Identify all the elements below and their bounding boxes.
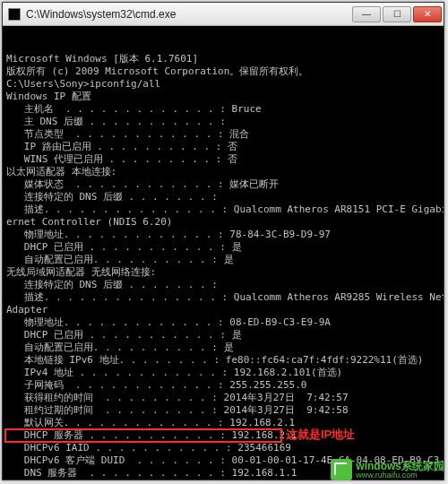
watermark-line1: windows系统家园 — [356, 461, 444, 471]
terminal-line: DHCPv6 IAID . . . . . . . . . . . : 2354… — [6, 442, 440, 454]
terminal-line: 主机名 . . . . . . . . . . . . . : Bruce — [6, 103, 440, 116]
terminal-line: 以太网适配器 本地连接: — [6, 166, 440, 178]
terminal-line: Windows IP 配置 — [6, 91, 440, 103]
terminal-line: 版权所有 (c) 2009 Microsoft Corporation。保留所有… — [6, 65, 440, 78]
titlebar[interactable]: C:\Windows\system32\cmd.exe — ☐ ✕ — [3, 3, 444, 26]
terminal-line: DHCP 服务器 . . . . . . . . . . . : 192.168… — [6, 429, 440, 442]
cmd-window: C:\Windows\system32\cmd.exe — ☐ ✕ Micros… — [2, 2, 444, 480]
terminal-output[interactable]: Microsoft Windows [版本 6.1.7601]版权所有 (c) … — [3, 26, 444, 480]
terminal-lines: Microsoft Windows [版本 6.1.7601]版权所有 (c) … — [6, 53, 440, 480]
terminal-line: 物理地址. . . . . . . . . . . . . : 08-ED-B9… — [6, 316, 440, 329]
close-button[interactable]: ✕ — [413, 6, 442, 22]
terminal-line: 租约过期的时间 . . . . . . . . . : 2014年3月27日 9… — [6, 404, 440, 417]
terminal-line: 自动配置已启用. . . . . . . . . . : 是 — [6, 341, 440, 354]
watermark-line2: www.ruhaifu.com — [356, 471, 444, 480]
highlight-annotation: 这就是IP地址 — [286, 428, 355, 441]
terminal-line: Microsoft Windows [版本 6.1.7601] — [6, 53, 440, 65]
window-title: C:\Windows\system32\cmd.exe — [26, 8, 352, 21]
terminal-line: ernet Controller (NDIS 6.20) — [6, 216, 440, 229]
terminal-line: 自动配置已启用. . . . . . . . . . : 是 — [6, 254, 440, 266]
terminal-line: 物理地址. . . . . . . . . . . . . : 78-84-3C… — [6, 229, 440, 241]
terminal-line: 获得租约的时间 . . . . . . . . . : 2014年3月27日 7… — [6, 392, 440, 404]
watermark: windows系统家园 www.ruhaifu.com — [331, 459, 444, 480]
minimize-button[interactable]: — — [352, 6, 381, 22]
terminal-line: 无线局域网适配器 无线网络连接: — [6, 266, 440, 279]
terminal-line: DHCP 已启用 . . . . . . . . . . . : 是 — [6, 241, 440, 254]
terminal-line: 主 DNS 后缀 . . . . . . . . . . . : — [6, 116, 440, 128]
terminal-line: 子网掩码 . . . . . . . . . . . . : 255.255.2… — [6, 379, 440, 392]
terminal-line: 默认网关. . . . . . . . . . . . . : 192.168.… — [6, 417, 440, 429]
terminal-line: 描述. . . . . . . . . . . . . . . : Qualco… — [6, 291, 440, 304]
terminal-line: 媒体状态 . . . . . . . . . . . . : 媒体已断开 — [6, 178, 440, 191]
window-controls: — ☐ ✕ — [352, 6, 442, 22]
terminal-line: 描述. . . . . . . . . . . . . . . : Qualco… — [6, 203, 440, 216]
terminal-line: WINS 代理已启用 . . . . . . . . . : 否 — [6, 153, 440, 166]
terminal-line: IP 路由已启用 . . . . . . . . . . : 否 — [6, 141, 440, 153]
terminal-line: DHCP 已启用 . . . . . . . . . . . : 是 — [6, 329, 440, 341]
terminal-line: Adapter — [6, 304, 440, 316]
windows-icon — [331, 459, 352, 480]
terminal-line: 连接特定的 DNS 后缀 . . . . . . . : — [6, 191, 440, 203]
terminal-line: C:\Users\Sony>ipconfig/all — [6, 78, 440, 91]
watermark-text: windows系统家园 www.ruhaifu.com — [356, 461, 444, 480]
cmd-icon — [8, 8, 21, 21]
terminal-line: 本地链接 IPv6 地址. . . . . . . . : fe80::fc64… — [6, 354, 440, 367]
maximize-button[interactable]: ☐ — [383, 6, 411, 22]
terminal-line: 节点类型 . . . . . . . . . . . . : 混合 — [6, 128, 440, 141]
terminal-line: 连接特定的 DNS 后缀 . . . . . . . : — [6, 279, 440, 291]
terminal-line: IPv4 地址 . . . . . . . . . . . . : 192.16… — [6, 367, 440, 379]
